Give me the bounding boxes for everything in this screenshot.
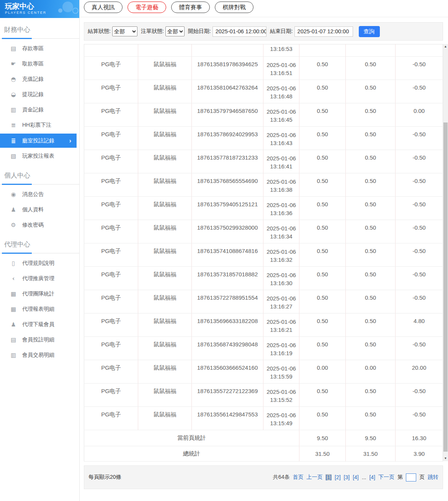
cell-bet-amount: 0.50 [299,267,346,290]
sidebar-item-lottery-bets[interactable]: ≡ HH彩票下注 [0,117,79,133]
cell-platform: PG电子 [84,337,138,360]
table-row: PG电子 鼠鼠福福 1876135778187231233 2025-01-06… [84,150,443,173]
cell-valid-bet: 0.00 [346,360,396,384]
cell-valid-bet: 0.50 [346,267,396,290]
jump-page-input[interactable] [406,473,416,481]
document-icon: ▯ [10,260,17,267]
table-row: PG电子 鼠鼠福福 1876135572272122369 2025-01-06… [84,384,443,407]
section-title: 財務中心 [0,20,79,39]
filter-bar: 結算狀態: 全部 注單狀態: 全部 開始日期: 結束日期: 查詢 [84,22,443,41]
sidebar-item-agent-team[interactable]: ▦ 代理團隊統計 [0,286,79,302]
cell-platform: PG电子 [84,173,138,197]
cell-platform: PG电子 [84,407,138,430]
end-date-input[interactable] [294,26,353,37]
tab-live-casino[interactable]: 真人視訊 [84,2,123,13]
scrollbar-thumb[interactable] [443,122,448,452]
cell-platform: PG电子 [84,150,138,173]
cell-game-name: 鼠鼠福福 [138,150,192,173]
sidebar-item-room-bets[interactable]: ≣ 廳室投註記錄 › [0,134,77,148]
cell-winloss: -0.50 [396,150,443,173]
tab-board-games[interactable]: 棋牌對戰 [215,2,253,13]
table-row: PG电子 鼠鼠福福 1876135786924029953 2025-01-06… [84,127,443,150]
sidebar-item-funds-log[interactable]: ▥ 資金記錄 [0,102,79,117]
scrollbar-track[interactable]: ▲ ▼ [443,44,448,461]
start-date-input[interactable] [213,26,267,37]
cell-winloss: -0.50 [396,173,443,197]
sidebar-item-agent-members[interactable]: ♟ 代理下級會員 [0,317,79,332]
jump-button[interactable]: 跳转 [428,474,438,481]
table-row: PG电子 鼠鼠福福 1876135810642763264 2025-01-06… [84,80,443,103]
settle-status-select[interactable]: 全部 [112,26,137,36]
scrollbar-down-arrow-icon[interactable]: ▼ [443,456,448,461]
dot-decoration-icon [58,8,62,13]
member-bets-icon: ▤ [10,336,17,343]
tab-slots[interactable]: 電子遊藝 [128,2,166,13]
member-transactions-icon: ▥ [10,352,17,359]
cell-game-name: 鼠鼠福福 [138,103,192,127]
page-link-3[interactable]: [3] [344,474,350,480]
page-link-4[interactable]: [4] [353,474,359,480]
sidebar-item-password[interactable]: ⚙ 修改密碼 [0,217,79,233]
cell-order-id: 1876135731857018882 [192,267,263,290]
cell-winloss: -0.50 [396,407,443,430]
cell-time: 2025-01-0613:15:59 [263,360,299,384]
cell-valid-bet: 0.50 [346,337,396,360]
cell-winloss: -0.50 [396,220,443,243]
table-row: PG电子 鼠鼠福福 1876135768565554690 2025-01-06… [84,173,443,197]
page-link-1[interactable]: [1] [325,474,332,480]
cell-time: 2025-01-0613:16:48 [263,80,299,103]
pagination-bar: 每頁顯示20條 共64条 首页 上一页 [1][2][3][4]...[4] 下… [84,465,443,489]
sidebar-item-announcements[interactable]: ◉ 消息公告 [0,187,79,202]
sidebar-item-profile[interactable]: ♟ 個人資料 [0,202,79,217]
gear-icon: ⚙ [10,222,17,228]
cell-winloss: 4.80 [396,313,443,337]
cell-bet-amount: 0.50 [299,337,346,360]
cell-valid-bet: 0.50 [346,103,396,127]
cell-winloss: -0.50 [396,127,443,150]
cell-time: 2025-01-0613:16:36 [263,197,299,220]
cell-time: 2025-01-0613:16:19 [263,337,299,360]
sidebar-item-member-trans[interactable]: ▥ 會員交易明細 [0,348,79,363]
cell-time: 2025-01-0613:16:43 [263,127,299,150]
cell-winloss: -0.50 [396,57,443,80]
cell-game-name: 鼠鼠福福 [138,384,192,407]
cell-winloss: -0.50 [396,80,443,103]
cell-time: 2025-01-0613:16:27 [263,290,299,313]
sidebar-item-withdraw[interactable]: ☛ 取款專區 [0,56,79,72]
cell-valid-bet: 0.50 [346,243,396,267]
sidebar-item-recharge-log[interactable]: ◓ 充值記錄 [0,72,79,87]
first-page-link[interactable]: 首页 [293,474,303,481]
section-items: ▯ 代理規則說明 ‹ 代理推廣管理 ▦ 代理團隊統計 ▦ 代理報表明細 ♟ 代理… [0,256,79,363]
sidebar-item-player-report[interactable]: ▧ 玩家投注報表 [0,149,79,164]
page-ellipsis: ... [362,474,366,480]
tab-sports[interactable]: 體育賽事 [171,2,210,13]
cell-bet-amount: 0.50 [299,150,346,173]
sidebar-item-agent-report[interactable]: ▦ 代理報表明細 [0,302,79,317]
page-link-6[interactable]: [4] [369,474,375,480]
table-row: PG电子 鼠鼠福福 1876135731857018882 2025-01-06… [84,267,443,290]
prev-page-link[interactable]: 上一页 [306,474,322,481]
order-status-select[interactable]: 全部 [165,26,185,36]
cell-game-name: 鼠鼠福福 [138,407,192,430]
deposit-card-icon: ▤ [10,45,17,52]
next-page-link[interactable]: 下一页 [378,474,394,481]
sidebar-item-agent-promo[interactable]: ‹ 代理推廣管理 [0,271,79,286]
cell-game-name: 鼠鼠福福 [138,173,192,197]
scrollbar-up-arrow-icon[interactable]: ▲ [443,44,448,49]
sidebar-item-member-bets[interactable]: ▤ 會員投註明細 [0,332,79,348]
cell-bet-amount: 0.50 [299,384,346,407]
cell-bet-amount: 0.00 [299,360,346,384]
cell-bet-amount: 0.50 [299,313,346,337]
end-date-label: 結束日期: [270,28,293,35]
page-link-2[interactable]: [2] [335,474,341,480]
table-row: PG电子 鼠鼠福福 1876135696633182208 2025-01-06… [84,313,443,337]
sidebar-item-agent-rules[interactable]: ▯ 代理規則說明 [0,256,79,271]
sidebar-sections: 財務中心 ▤ 存款專區 ☛ 取款專區 ◓ 充值記錄 ◒ 提現記錄 ▥ 資金記錄 … [0,20,79,363]
sidebar-item-withdraw-log[interactable]: ◒ 提現記錄 [0,87,79,102]
cell-order-id: 1876135819786394625 [192,57,263,80]
cell-order-id: 1876135797946587650 [192,103,263,127]
search-button[interactable]: 查詢 [359,26,380,37]
sidebar-item-deposit[interactable]: ▤ 存款專區 [0,41,79,56]
total-count-text: 共64条 [273,474,290,481]
cell-bet-amount: 0.50 [299,197,346,220]
